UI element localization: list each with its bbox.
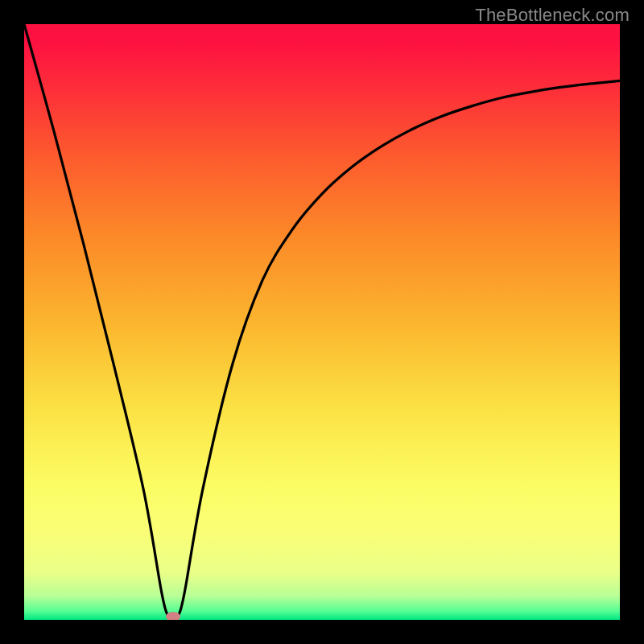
plot-area xyxy=(24,24,620,620)
chart-svg xyxy=(24,24,620,620)
chart-frame: TheBottleneck.com xyxy=(0,0,644,644)
watermark-text: TheBottleneck.com xyxy=(475,5,630,26)
bottleneck-curve-path xyxy=(24,24,620,620)
